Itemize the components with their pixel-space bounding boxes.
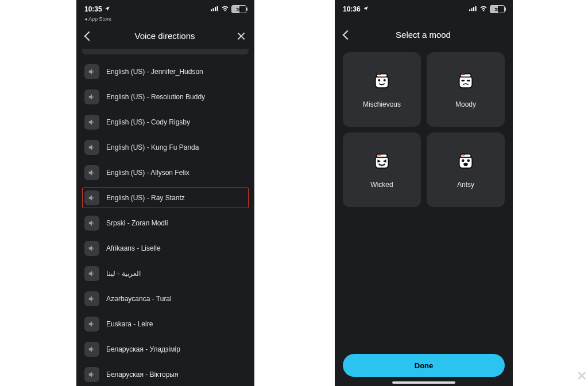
voice-label: English (US) - Ray Stantz — [106, 194, 185, 202]
speaker-icon — [84, 216, 99, 231]
voice-label: Srpski - Zoran Modli — [106, 219, 168, 227]
svg-rect-2 — [215, 7, 216, 11]
voice-label: English (US) - Jennifer_Hudson — [106, 68, 203, 76]
ghost-icon — [372, 151, 392, 173]
back-app-label: App Store — [88, 16, 111, 22]
status-indicators: 55 — [211, 5, 246, 13]
status-bar: 10:35 55 — [76, 0, 254, 16]
svg-rect-10 — [377, 73, 381, 75]
svg-rect-13 — [459, 76, 473, 88]
svg-rect-16 — [461, 80, 465, 81]
status-time-group: 10:36 — [343, 5, 369, 13]
battery-icon: 55 — [231, 5, 246, 13]
svg-rect-8 — [376, 76, 389, 88]
voice-item[interactable]: English (US) - Jennifer_Hudson — [82, 61, 249, 82]
svg-rect-3 — [217, 6, 218, 11]
done-button[interactable]: Done — [343, 354, 505, 377]
back-button[interactable] — [86, 33, 92, 40]
mood-grid: MischievousMoodyWickedAntsy — [335, 52, 513, 207]
location-icon — [363, 5, 369, 13]
mood-label: Mischievous — [363, 100, 401, 108]
back-button[interactable] — [344, 32, 351, 38]
status-time: 10:36 — [343, 5, 361, 13]
done-label: Done — [415, 361, 434, 370]
svg-rect-4 — [469, 9, 470, 11]
battery-icon: 55 — [490, 5, 505, 13]
svg-point-29 — [463, 163, 468, 166]
voice-item[interactable]: Euskara - Leire — [82, 314, 249, 334]
mood-label: Moody — [455, 100, 476, 108]
voice-item[interactable]: English (US) - Cody Rigsby — [82, 112, 249, 132]
voice-item[interactable]: English (US) - Allyson Felix — [82, 162, 249, 183]
close-button[interactable] — [237, 32, 245, 40]
voice-item[interactable]: Беларуская - Уладзімір — [82, 339, 249, 360]
svg-point-11 — [378, 79, 380, 81]
partial-previous-item — [82, 49, 249, 54]
ghost-icon — [456, 71, 475, 92]
speaker-icon — [84, 317, 99, 332]
voice-item[interactable]: Afrikaans - Liselle — [82, 238, 249, 259]
voice-label: English (US) - Allyson Felix — [106, 169, 189, 177]
signal-icon — [211, 5, 219, 13]
close-icon — [237, 32, 245, 40]
status-time: 10:35 — [84, 5, 102, 13]
svg-rect-1 — [213, 8, 214, 11]
voice-item[interactable]: English (US) - Resolution Buddy — [82, 87, 249, 107]
header: Select a mood — [335, 24, 513, 48]
speaker-icon — [84, 89, 99, 104]
mood-card[interactable]: Moody — [427, 52, 505, 127]
ghost-icon — [456, 151, 475, 173]
mood-card[interactable]: Mischievous — [343, 52, 421, 127]
svg-point-12 — [384, 79, 386, 81]
voice-item[interactable]: Беларуская - Вікторыя — [82, 364, 249, 385]
location-icon — [105, 5, 110, 13]
speaker-icon — [84, 291, 99, 306]
speaker-icon — [84, 241, 99, 256]
phone-select-mood: 10:36 55 Select a mood MischievousMoodyW… — [335, 0, 513, 386]
mood-label: Antsy — [457, 181, 474, 189]
home-indicator[interactable] — [392, 381, 455, 384]
voice-label: English (US) - Resolution Buddy — [106, 93, 205, 101]
svg-rect-6 — [473, 7, 474, 11]
svg-rect-24 — [459, 156, 473, 168]
voice-label: Беларуская - Уладзімір — [106, 345, 180, 353]
voice-item[interactable]: العربية - لينا — [82, 263, 249, 284]
voice-label: Беларуская - Вікторыя — [106, 371, 178, 379]
voice-label: Afrikaans - Liselle — [106, 244, 161, 252]
voice-label: Azərbaycanca - Tural — [106, 295, 172, 303]
mood-label: Wicked — [370, 181, 393, 189]
header: Voice directions — [76, 25, 254, 49]
mood-card[interactable]: Antsy — [427, 132, 505, 207]
speaker-icon — [84, 165, 99, 180]
svg-rect-15 — [461, 73, 465, 75]
voice-label: English (US) - Cody Rigsby — [106, 118, 190, 126]
voice-label: English (US) - Kung Fu Panda — [106, 143, 199, 151]
speaker-icon — [84, 266, 99, 281]
voice-label: Euskara - Leire — [106, 320, 153, 328]
speaker-icon — [84, 190, 99, 205]
voice-item[interactable]: Azərbaycanca - Tural — [82, 288, 249, 309]
signal-icon — [469, 5, 477, 13]
status-time-group: 10:35 — [84, 5, 110, 13]
watermark-icon: ✕ — [577, 369, 586, 384]
page-title: Select a mood — [351, 30, 496, 40]
svg-rect-7 — [475, 6, 477, 11]
voice-item[interactable]: English (US) - Ray Stantz — [82, 188, 249, 208]
mood-card[interactable]: Wicked — [343, 132, 421, 207]
svg-rect-17 — [467, 80, 470, 81]
voice-label: العربية - لينا — [106, 270, 141, 278]
speaker-icon — [84, 140, 99, 155]
ghost-icon — [372, 71, 392, 92]
phone-voice-directions: 10:35 55 ◂ App Store Voice directions En… — [76, 0, 254, 386]
wifi-icon — [479, 5, 488, 13]
speaker-icon — [84, 367, 99, 382]
voice-item[interactable]: English (US) - Kung Fu Panda — [82, 137, 249, 158]
page-title: Voice directions — [92, 31, 237, 41]
voice-item[interactable]: Srpski - Zoran Modli — [82, 213, 249, 233]
status-bar: 10:36 55 — [335, 0, 513, 16]
speaker-icon — [84, 342, 99, 357]
voice-list[interactable]: English (US) - Jennifer_HudsonEnglish (U… — [76, 49, 254, 385]
svg-rect-0 — [211, 9, 212, 11]
back-to-app[interactable]: ◂ App Store — [76, 16, 254, 25]
svg-point-28 — [467, 159, 470, 162]
